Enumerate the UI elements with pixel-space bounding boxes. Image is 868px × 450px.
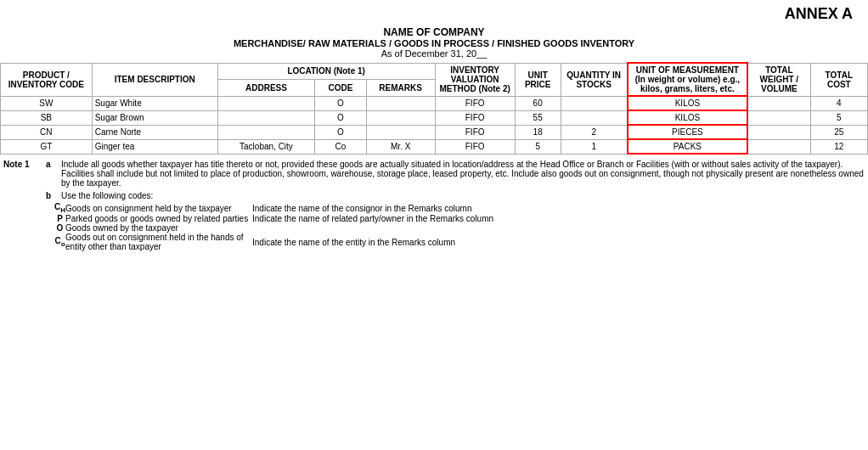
col-header-qty: QUANTITY IN STOCKS (561, 63, 628, 96)
code-row: PParked goods or goods owned by related … (3, 214, 865, 223)
col-header-total-weight: TOTAL WEIGHT / VOLUME (747, 63, 810, 96)
subtitle: MERCHANDISE/ RAW MATERIALS / GOODS IN PR… (0, 38, 868, 48)
table-row: SBSugar BrownOFIFO55KILOS5 (1, 110, 868, 125)
col-header-uom: UNIT OF MEASUREMENT (In weight or volume… (628, 63, 747, 96)
code-row: CoGoods out on consignment held in the h… (3, 233, 865, 251)
table-body: SWSugar WhiteOFIFO60KILOS4SBSugar BrownO… (1, 96, 868, 154)
table-row: GTGinger teaTacloban, CityCoMr. XFIFO51P… (1, 139, 868, 154)
col-header-address: ADDRESS (217, 80, 314, 97)
company-name: NAME OF COMPANY (0, 26, 868, 38)
annex-label: ANNEX A (0, 0, 868, 25)
table-row: CNCarne NorteOFIFO182PIECES25 (1, 125, 868, 139)
date-line: As of December 31, 20__ (0, 48, 868, 59)
col-header-code: CODE (315, 80, 367, 97)
table-row: SWSugar WhiteOFIFO60KILOS4 (1, 96, 868, 110)
note1b-intro: Use the following codes: (61, 191, 865, 200)
col-header-total-cost: TOTAL COST (810, 63, 867, 96)
col-header-product: PRODUCT / INVENTORY CODE (1, 63, 93, 96)
table-header-row1: PRODUCT / INVENTORY CODE ITEM DESCRIPTIO… (1, 63, 868, 80)
col-header-location: LOCATION (Note 1) (217, 63, 435, 80)
col-header-remarks: REMARKS (366, 80, 435, 97)
code-row: OGoods owned by the taxpayer (3, 223, 865, 233)
note1b-spacer (3, 191, 46, 200)
col-header-unit-price: UNIT PRICE (515, 63, 561, 96)
note1a-label: a (46, 160, 61, 188)
note1-label: Note 1 (3, 160, 46, 188)
codes-table: CHGoods on consignment held by the taxpa… (3, 202, 865, 251)
col-header-item-desc: ITEM DESCRIPTION (92, 63, 217, 96)
note1b-label: b (46, 191, 61, 200)
note1a-text: Include all goods whether taxpayer has t… (61, 160, 865, 188)
col-header-inv-val: INVENTORY VALUATION METHOD (Note 2) (435, 63, 515, 96)
inventory-table: PRODUCT / INVENTORY CODE ITEM DESCRIPTIO… (0, 62, 868, 155)
codes-body: CHGoods on consignment held by the taxpa… (3, 202, 865, 251)
header-section: NAME OF COMPANY MERCHANDISE/ RAW MATERIA… (0, 25, 868, 62)
notes-section: Note 1 a Include all goods whether taxpa… (0, 155, 868, 253)
code-row: CHGoods on consignment held by the taxpa… (3, 202, 865, 214)
